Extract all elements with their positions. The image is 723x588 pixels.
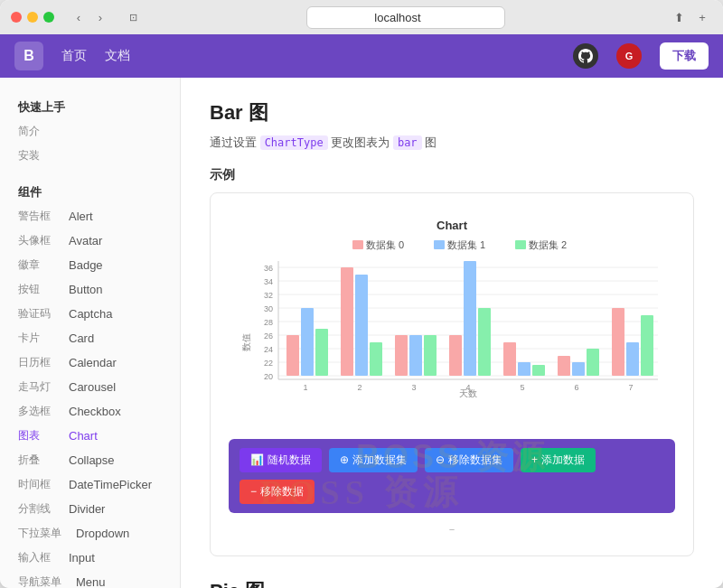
svg-text:30: 30 [264, 304, 273, 313]
bar [587, 349, 599, 376]
gitee-icon-button[interactable]: G [616, 43, 642, 69]
content: BOSS 资源 Bar 图 通过设置 ChartType 更改图表为 bar 图… [181, 78, 723, 588]
close-button[interactable] [11, 12, 22, 23]
svg-text:1: 1 [303, 383, 307, 392]
sidebar-item-button[interactable]: 按钮 Button [0, 277, 180, 302]
nav-home[interactable]: 首页 [61, 48, 87, 64]
sidebar-card-en: Card [69, 331, 94, 345]
sidebar-collapse-en: Collapse [69, 453, 115, 467]
sidebar-dropdown-en: Dropdown [76, 527, 129, 540]
svg-text:Chart: Chart [437, 219, 468, 232]
address-input[interactable] [306, 6, 505, 29]
gitee-label: G [625, 51, 634, 61]
remove-dataset-label: 移除数据集 [448, 453, 502, 468]
forward-button[interactable]: › [90, 7, 110, 27]
remove-dataset-icon: ⊖ [436, 453, 445, 466]
sidebar-alert-cn: 警告框 [18, 209, 54, 224]
sidebar-item-avatar[interactable]: 头像框 Avatar [0, 229, 180, 253]
example-label: 示例 [210, 167, 694, 183]
sidebar-item-calendar[interactable]: 日历框 Calendar [0, 350, 180, 375]
svg-text:28: 28 [264, 318, 273, 327]
sidebar-checkbox-cn: 多选框 [18, 404, 54, 419]
sidebar-item-dropdown[interactable]: 下拉菜单 Dropdown [0, 521, 180, 546]
back-button[interactable]: ‹ [69, 7, 89, 27]
svg-rect-3 [434, 240, 445, 249]
random-data-button[interactable]: 📊 随机数据 [239, 448, 322, 472]
github-icon-button[interactable] [573, 43, 598, 69]
bar [286, 335, 299, 376]
bar [341, 267, 353, 376]
sidebar-badge-en: Badge [69, 258, 103, 272]
add-data-icon: + [531, 453, 538, 466]
remove-data-button[interactable]: − 移除数据 [239, 480, 315, 504]
nav-docs[interactable]: 文档 [105, 48, 130, 64]
window-icon-button[interactable]: ⊡ [123, 7, 143, 27]
bar [641, 315, 653, 376]
bar [532, 365, 545, 376]
sidebar-collapse-cn: 折叠 [18, 453, 54, 468]
bar [626, 342, 639, 376]
bar [355, 275, 368, 376]
svg-text:5: 5 [520, 383, 524, 392]
address-bar [150, 6, 662, 29]
add-dataset-button[interactable]: ⊕ 添加数据集 [329, 448, 418, 472]
bar [370, 342, 382, 376]
sidebar-item-collapse[interactable]: 折叠 Collapse [0, 448, 180, 472]
sidebar-components-title: 组件 [0, 177, 180, 204]
chart-container: Chart 数据集 0 数据集 1 数据集 2 数值 [229, 211, 675, 537]
bar [612, 308, 624, 376]
sidebar-item-badge[interactable]: 徽章 Badge [0, 253, 180, 277]
sidebar-item-divider[interactable]: 分割线 Divider [0, 497, 180, 521]
sidebar-item-install-cn: 安装 [18, 148, 54, 163]
sidebar-item-install[interactable]: 安装 [0, 144, 180, 168]
brand-logo: B [14, 42, 43, 70]
sidebar-divider-cn: 分割线 [18, 501, 54, 517]
svg-rect-5 [515, 240, 526, 249]
sidebar-item-datetimepicker[interactable]: 时间框 DateTimePicker [0, 472, 180, 497]
bar [518, 362, 531, 376]
minimize-button[interactable] [27, 12, 38, 23]
sidebar-item-card[interactable]: 卡片 Card [0, 326, 180, 350]
sidebar-item-chart[interactable]: 图表 Chart [0, 424, 180, 448]
sidebar-item-menu[interactable]: 导航菜单 Menu [0, 570, 180, 588]
app-nav: B 首页 文档 G 下载 [0, 34, 723, 78]
add-data-button[interactable]: + 添加数据 [521, 448, 596, 472]
svg-text:数据集 0: 数据集 0 [366, 239, 404, 250]
sidebar-input-en: Input [69, 551, 95, 565]
download-button[interactable]: 下载 [660, 42, 709, 70]
new-tab-button[interactable]: + [692, 7, 712, 27]
sidebar-menu-en: Menu [76, 575, 106, 588]
github-icon [578, 49, 593, 63]
sidebar-menu-cn: 导航菜单 [18, 574, 61, 588]
share-button[interactable]: ⬆ [669, 7, 689, 27]
sidebar-item-captcha[interactable]: 验证码 Captcha [0, 302, 180, 326]
sidebar-item-alert[interactable]: 警告框 Alert [0, 204, 180, 229]
svg-text:34: 34 [264, 277, 273, 286]
sidebar-calendar-en: Calendar [69, 356, 117, 369]
traffic-lights [11, 12, 54, 23]
sidebar-avatar-en: Avatar [69, 234, 102, 247]
bar [315, 329, 328, 376]
sidebar-dropdown-cn: 下拉菜单 [18, 526, 61, 541]
sidebar-datetimepicker-cn: 时间框 [18, 477, 54, 492]
svg-text:数值: 数值 [241, 333, 251, 351]
sidebar-item-input[interactable]: 输入框 Input [0, 546, 180, 570]
sidebar-item-intro[interactable]: 简介 [0, 119, 180, 144]
sidebar-divider-en: Divider [69, 502, 105, 516]
sidebar-datetimepicker-en: DateTimePicker [69, 478, 152, 491]
sidebar-chart-cn: 图表 [18, 428, 54, 443]
svg-text:3: 3 [411, 383, 416, 392]
main-layout: 快速上手 简介 安装 组件 警告框 Alert 头像框 Avatar 徽章 Ba… [0, 78, 723, 588]
bar [449, 335, 462, 376]
sidebar-item-checkbox[interactable]: 多选框 Checkbox [0, 399, 180, 424]
sidebar-input-cn: 输入框 [18, 550, 54, 565]
bar [464, 261, 476, 376]
svg-text:7: 7 [628, 383, 633, 392]
example-box-bar: Chart 数据集 0 数据集 1 数据集 2 数值 [210, 192, 694, 556]
remove-dataset-button[interactable]: ⊖ 移除数据集 [425, 448, 513, 472]
maximize-button[interactable] [43, 12, 54, 23]
sidebar-item-carousel[interactable]: 走马灯 Carousel [0, 375, 180, 399]
svg-text:数据集 1: 数据集 1 [447, 239, 485, 250]
sidebar-button-cn: 按钮 [18, 282, 54, 297]
svg-text:32: 32 [264, 291, 273, 300]
